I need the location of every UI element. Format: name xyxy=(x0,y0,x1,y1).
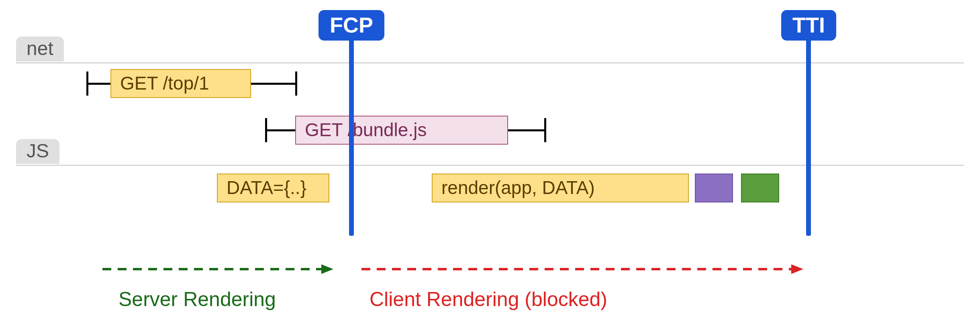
phase-label-client: Client Rendering (blocked) xyxy=(370,289,607,309)
marker-fcp-label: FCP xyxy=(318,10,384,41)
svg-marker-3 xyxy=(791,264,803,274)
bar-js-chunk-green xyxy=(741,174,779,202)
row-label-net: net xyxy=(16,37,64,61)
marker-fcp: FCP xyxy=(318,10,384,41)
svg-marker-1 xyxy=(321,264,333,274)
bar-js-data: DATA={..} xyxy=(217,174,329,202)
row-label-js: JS xyxy=(16,139,59,164)
marker-tti: TTI xyxy=(781,10,836,41)
bar-js-render: render(app, DATA) xyxy=(432,174,689,202)
arrow-server xyxy=(102,259,333,279)
bar-js-chunk-purple xyxy=(695,174,733,202)
bar-net-req2: GET /bundle.js xyxy=(295,116,508,145)
marker-tti-label: TTI xyxy=(781,10,836,41)
marker-tti-stem xyxy=(806,39,811,236)
row-line-net xyxy=(16,62,964,63)
row-line-js xyxy=(16,165,964,166)
arrow-client xyxy=(361,259,803,279)
phase-label-server: Server Rendering xyxy=(118,289,276,309)
marker-fcp-stem xyxy=(349,39,354,236)
bar-net-req1: GET /top/1 xyxy=(110,69,251,98)
